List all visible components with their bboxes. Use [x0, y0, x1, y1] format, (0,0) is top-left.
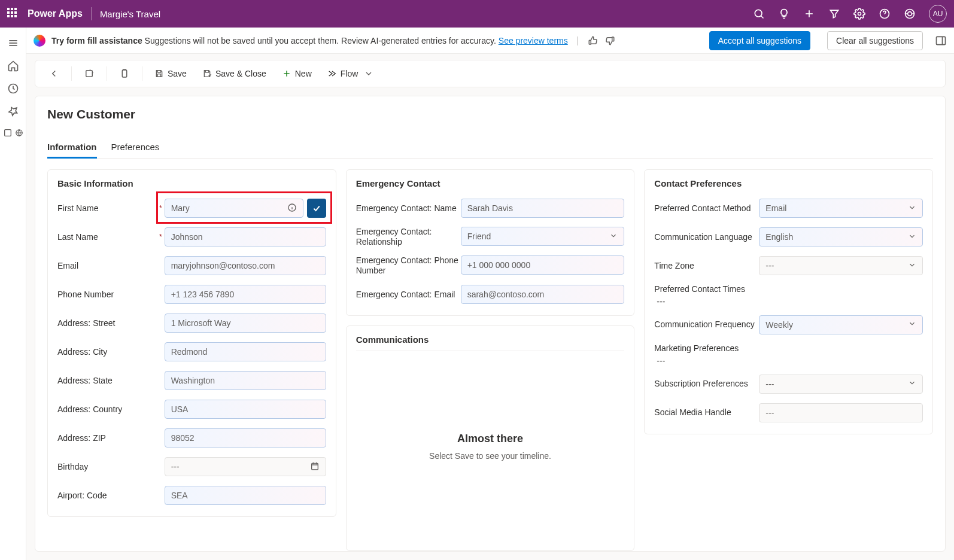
info-icon[interactable]	[287, 203, 297, 214]
svg-rect-12	[4, 130, 11, 136]
input-street[interactable]: 1 Microsoft Way	[165, 314, 326, 333]
svg-rect-18	[157, 71, 160, 72]
tab-preferences[interactable]: Preferences	[111, 137, 160, 158]
label-ec-rel: Emergency Contact: Relationship	[356, 227, 461, 247]
sidebar-item-active[interactable]	[0, 128, 23, 138]
value-times[interactable]: ---	[654, 297, 665, 306]
chevron-down-icon	[908, 261, 916, 271]
input-state[interactable]: Washington	[165, 371, 326, 390]
label-state: Address: State	[57, 376, 159, 386]
input-phone[interactable]: +1 123 456 7890	[165, 285, 326, 304]
input-city[interactable]: Redmond	[165, 342, 326, 361]
accept-all-button[interactable]: Accept all suggestions	[709, 31, 810, 50]
filter-icon[interactable]	[828, 8, 840, 20]
select-freq[interactable]: Weekly	[759, 315, 923, 334]
label-country: Address: Country	[57, 404, 159, 415]
recent-icon[interactable]	[7, 83, 19, 95]
select-tz[interactable]: ---	[759, 256, 923, 275]
open-new-window-button[interactable]	[78, 65, 101, 83]
app-launcher-icon[interactable]	[7, 8, 19, 20]
label-sub: Subscription Preferences	[654, 379, 759, 389]
chevron-down-icon	[908, 319, 916, 330]
input-ec-phone[interactable]: +1 000 000 0000	[461, 255, 625, 275]
section-preferences: Contact Preferences Preferred Contact Me…	[644, 169, 933, 434]
form-tabs: Information Preferences	[47, 137, 933, 159]
label-airport: Airport: Code	[57, 491, 159, 501]
label-times: Preferred Contact Times	[654, 284, 745, 294]
product-name: Power Apps	[28, 8, 83, 19]
section-communications: Communications Almost there Select Save …	[346, 325, 635, 551]
help-icon[interactable]	[879, 8, 891, 20]
label-lang: Communication Language	[654, 232, 759, 242]
required-marker: *	[159, 204, 162, 212]
home-icon[interactable]	[7, 60, 19, 72]
chevron-down-icon	[908, 203, 916, 214]
label-city: Address: City	[57, 347, 159, 357]
back-button[interactable]	[42, 65, 65, 83]
user-avatar[interactable]: AU	[929, 5, 947, 23]
label-street: Address: Street	[57, 318, 159, 328]
new-button[interactable]: New	[276, 65, 318, 82]
gear-icon[interactable]	[853, 8, 865, 20]
globe-icon	[15, 129, 23, 137]
input-last-name[interactable]: Johnson	[165, 227, 326, 246]
pin-icon[interactable]	[7, 105, 19, 117]
notification-bar: Try form fill assistance Suggestions wil…	[26, 28, 954, 54]
clear-all-button[interactable]: Clear all suggestions	[827, 31, 923, 50]
label-first-name: First Name	[57, 203, 159, 214]
thumbs-down-icon[interactable]	[604, 35, 615, 46]
label-social: Social Media Handle	[654, 407, 759, 418]
add-icon[interactable]	[803, 8, 815, 20]
search-icon[interactable]	[753, 8, 765, 20]
header-divider	[91, 7, 92, 20]
select-ec-relationship[interactable]: Friend	[461, 227, 625, 246]
accept-suggestion-button[interactable]	[307, 199, 326, 218]
link-icon[interactable]	[904, 8, 916, 20]
section-heading: Emergency Contact	[356, 178, 625, 188]
input-first-name[interactable]: Mary	[165, 199, 303, 218]
chevron-down-icon	[609, 232, 618, 242]
command-bar: Save Save & Close New Flow	[35, 60, 946, 87]
label-email: Email	[57, 261, 159, 271]
save-button[interactable]: Save	[148, 65, 193, 82]
section-basic: Basic Information First Name * Mary	[47, 169, 336, 517]
input-ec-name[interactable]: Sarah Davis	[461, 199, 625, 218]
label-tz: Time Zone	[654, 261, 759, 271]
clipboard-button[interactable]	[113, 65, 136, 83]
input-email[interactable]: maryjohnson@contoso.com	[165, 256, 326, 275]
page-title: New Customer	[47, 107, 933, 121]
section-heading: Communications	[356, 334, 625, 351]
input-zip[interactable]: 98052	[165, 428, 326, 448]
select-sub[interactable]: ---	[759, 375, 923, 394]
value-marketing[interactable]: ---	[654, 356, 665, 366]
svg-rect-16	[86, 71, 93, 77]
hamburger-icon[interactable]	[7, 37, 19, 49]
svg-point-4	[858, 13, 861, 16]
label-marketing: Marketing Preferences	[654, 343, 739, 354]
preview-terms-link[interactable]: See preview terms	[499, 36, 568, 45]
calendar-icon[interactable]	[310, 461, 320, 473]
input-social[interactable]: ---	[759, 403, 923, 422]
tab-information[interactable]: Information	[47, 137, 97, 159]
input-airport[interactable]: SEA	[165, 486, 326, 505]
label-ec-name: Emergency Contact: Name	[356, 203, 461, 214]
copilot-icon	[34, 35, 45, 47]
flow-button[interactable]: Flow	[321, 65, 380, 82]
select-method[interactable]: Email	[759, 199, 923, 218]
copilot-panel-icon[interactable]	[935, 35, 947, 47]
select-lang[interactable]: English	[759, 227, 923, 246]
environment-name[interactable]: Margie's Travel	[100, 9, 160, 19]
save-close-button[interactable]: Save & Close	[196, 65, 272, 82]
input-birthday[interactable]: ---	[165, 457, 326, 476]
notification-text: Try form fill assistance Suggestions wil…	[51, 36, 568, 45]
svg-rect-20	[205, 71, 208, 72]
chevron-down-icon	[908, 232, 916, 242]
svg-rect-17	[122, 70, 127, 77]
timeline-empty-text: Select Save to see your timeline.	[362, 451, 619, 461]
input-country[interactable]: USA	[165, 400, 326, 419]
thumbs-up-icon[interactable]	[588, 35, 598, 46]
lightbulb-icon[interactable]	[778, 8, 790, 20]
input-ec-email[interactable]: sarah@contoso.com	[461, 285, 625, 304]
svg-point-0	[755, 10, 762, 17]
label-last-name: Last Name	[57, 232, 159, 242]
